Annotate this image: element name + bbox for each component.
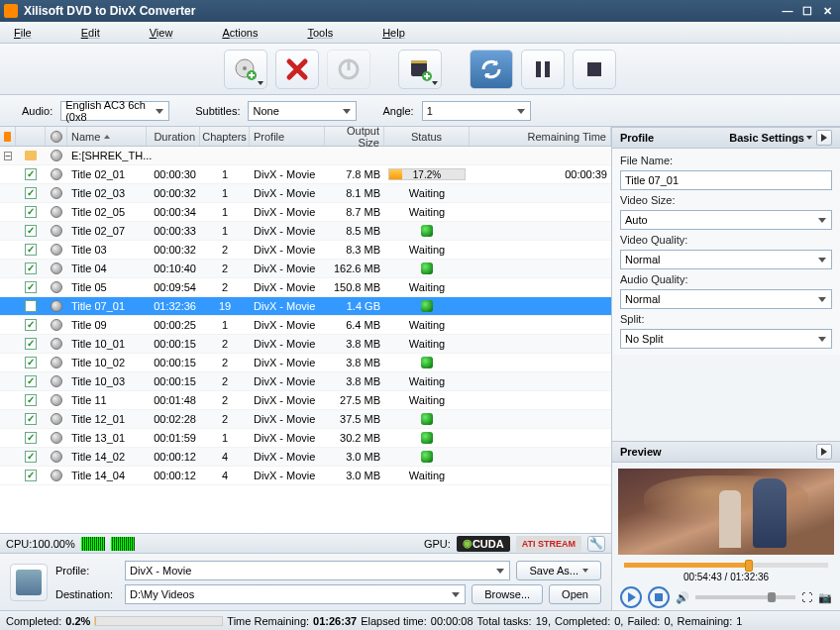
row-checkbox[interactable] bbox=[25, 281, 37, 293]
fullscreen-icon[interactable]: ⛶ bbox=[801, 591, 812, 603]
group-row[interactable]: – E:[SHREK_TH... bbox=[0, 147, 611, 165]
audio-select[interactable]: English AC3 6ch (0x8 bbox=[60, 101, 169, 121]
videoquality-select[interactable]: Normal bbox=[620, 250, 832, 269]
table-row[interactable]: Title 0400:10:402DivX - Movie162.6 MB bbox=[0, 260, 611, 278]
col-expand[interactable] bbox=[0, 127, 16, 146]
table-row[interactable]: Title 14_0200:00:124DivX - Movie3.0 MB bbox=[0, 448, 611, 467]
cell-status: Waiting bbox=[384, 244, 470, 256]
volume-slider[interactable] bbox=[695, 595, 795, 599]
table-row[interactable]: Title 10_0200:00:152DivX - Movie3.8 MB bbox=[0, 354, 611, 372]
table-row[interactable]: Title 0500:09:542DivX - Movie150.8 MBWai… bbox=[0, 278, 611, 297]
preview-expand-button[interactable] bbox=[816, 444, 832, 460]
table-row[interactable]: Title 14_0400:00:124DivX - Movie3.0 MBWa… bbox=[0, 467, 611, 485]
col-disc[interactable] bbox=[46, 127, 67, 146]
row-checkbox[interactable] bbox=[25, 413, 37, 425]
row-checkbox[interactable] bbox=[25, 451, 37, 463]
cell-name: Title 10_03 bbox=[67, 375, 147, 387]
open-button[interactable]: Open bbox=[549, 584, 601, 604]
row-checkbox[interactable] bbox=[25, 225, 37, 237]
play-button[interactable] bbox=[620, 586, 642, 608]
clip-button[interactable] bbox=[398, 50, 442, 89]
row-checkbox[interactable] bbox=[25, 187, 37, 199]
expand-button[interactable] bbox=[816, 130, 832, 146]
seek-slider[interactable] bbox=[624, 563, 828, 568]
table-row[interactable]: Title 10_0300:00:152DivX - Movie3.8 MBWa… bbox=[0, 372, 611, 391]
add-disc-button[interactable] bbox=[224, 50, 267, 89]
split-select[interactable]: No Split bbox=[620, 329, 832, 349]
col-name[interactable]: Name bbox=[67, 127, 147, 146]
settings-button[interactable]: 🔧 bbox=[587, 536, 605, 552]
speaker-icon[interactable]: 🔊 bbox=[676, 591, 689, 604]
cell-profile: DivX - Movie bbox=[250, 262, 325, 274]
row-checkbox[interactable] bbox=[25, 375, 37, 387]
collapse-icon[interactable]: – bbox=[4, 152, 12, 160]
row-checkbox[interactable] bbox=[25, 262, 37, 274]
menu-file[interactable]: File bbox=[4, 25, 42, 41]
minimize-button[interactable]: — bbox=[779, 3, 796, 19]
menu-actions[interactable]: Actions bbox=[212, 25, 267, 41]
table-row[interactable]: Title 0900:00:251DivX - Movie6.4 MBWaiti… bbox=[0, 316, 611, 335]
stop-button[interactable] bbox=[573, 50, 616, 89]
table-row[interactable]: Title 07_0101:32:3619DivX - Movie1.4 GB bbox=[0, 297, 611, 316]
audioquality-select[interactable]: Normal bbox=[620, 289, 832, 309]
stop-preview-button[interactable] bbox=[648, 586, 670, 608]
videosize-select[interactable]: Auto bbox=[620, 210, 832, 230]
table-row[interactable]: Title 1100:01:482DivX - Movie27.5 MBWait… bbox=[0, 391, 611, 410]
st-ctasks-label: Completed: bbox=[555, 615, 610, 627]
row-checkbox[interactable] bbox=[25, 300, 37, 312]
col-profile[interactable]: Profile bbox=[250, 127, 325, 146]
col-check[interactable] bbox=[16, 127, 46, 146]
col-remaining[interactable]: Remaining Time bbox=[470, 127, 611, 146]
cell-profile: DivX - Movie bbox=[250, 206, 325, 218]
seek-thumb-icon[interactable] bbox=[745, 560, 753, 572]
power-button[interactable] bbox=[327, 50, 370, 89]
row-checkbox[interactable] bbox=[25, 357, 37, 368]
table-row[interactable]: Title 02_0100:00:301DivX - Movie7.8 MB17… bbox=[0, 165, 611, 184]
convert-button[interactable] bbox=[470, 50, 513, 89]
save-as-button[interactable]: Save As... bbox=[516, 561, 601, 580]
row-checkbox[interactable] bbox=[25, 394, 37, 406]
close-button[interactable]: ✕ bbox=[818, 3, 836, 19]
st-failed: 0, bbox=[664, 615, 673, 627]
row-checkbox[interactable] bbox=[25, 168, 37, 180]
status-text: Waiting bbox=[409, 244, 445, 256]
profile-select[interactable]: DivX - Movie bbox=[125, 561, 510, 580]
row-checkbox[interactable] bbox=[25, 338, 37, 350]
row-checkbox[interactable] bbox=[25, 206, 37, 218]
row-checkbox[interactable] bbox=[25, 470, 37, 481]
destination-select[interactable]: D:\My Videos bbox=[125, 584, 466, 604]
row-checkbox[interactable] bbox=[25, 319, 37, 331]
subtitles-select[interactable]: None bbox=[248, 101, 357, 121]
table-row[interactable]: Title 02_0700:00:331DivX - Movie8.5 MB bbox=[0, 222, 611, 241]
filename-input[interactable] bbox=[620, 170, 832, 190]
table-row[interactable]: Title 02_0300:00:321DivX - Movie8.1 MBWa… bbox=[0, 184, 611, 203]
table-row[interactable]: Title 12_0100:02:282DivX - Movie37.5 MB bbox=[0, 410, 611, 429]
table-row[interactable]: Title 10_0100:00:152DivX - Movie3.8 MBWa… bbox=[0, 335, 611, 354]
grid-body[interactable]: – E:[SHREK_TH... Title 02_0100:00:301Div… bbox=[0, 147, 611, 533]
pause-button[interactable] bbox=[521, 50, 565, 89]
table-row[interactable]: Title 13_0100:01:591DivX - Movie30.2 MB bbox=[0, 429, 611, 448]
table-row[interactable]: Title 02_0500:00:341DivX - Movie8.7 MBWa… bbox=[0, 203, 611, 222]
table-row[interactable]: Title 0300:00:322DivX - Movie8.3 MBWaiti… bbox=[0, 241, 611, 260]
row-checkbox[interactable] bbox=[25, 432, 37, 444]
menu-help[interactable]: Help bbox=[372, 25, 415, 41]
col-output-size[interactable]: Output Size bbox=[325, 127, 384, 146]
settings-dropdown[interactable]: Basic Settings bbox=[729, 132, 804, 144]
cell-name: Title 07_01 bbox=[67, 300, 147, 312]
menu-tools[interactable]: Tools bbox=[297, 25, 343, 41]
angle-select[interactable]: 1 bbox=[422, 101, 531, 121]
col-chapters[interactable]: Chapters bbox=[200, 127, 250, 146]
maximize-button[interactable]: ☐ bbox=[798, 3, 816, 19]
menu-view[interactable]: View bbox=[140, 25, 183, 41]
split-label: Split: bbox=[620, 313, 832, 325]
delete-button[interactable] bbox=[275, 50, 319, 89]
col-status[interactable]: Status bbox=[384, 127, 470, 146]
snapshot-icon[interactable]: 📷 bbox=[818, 591, 832, 604]
col-duration[interactable]: Duration bbox=[147, 127, 200, 146]
row-checkbox[interactable] bbox=[25, 244, 37, 256]
volume-thumb-icon[interactable] bbox=[768, 592, 776, 602]
menu-edit[interactable]: Edit bbox=[71, 25, 110, 41]
status-text: Waiting bbox=[409, 187, 445, 199]
browse-button[interactable]: Browse... bbox=[472, 584, 543, 604]
cell-status: Waiting bbox=[384, 281, 470, 293]
